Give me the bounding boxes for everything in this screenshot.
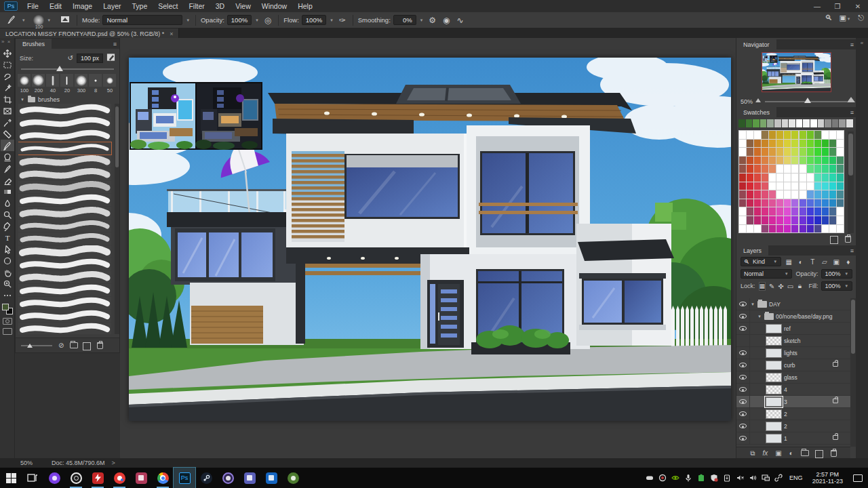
swatch[interactable] (814, 131, 821, 139)
taskbar-bolt-app[interactable] (87, 468, 108, 488)
visibility-toggle[interactable] (736, 347, 750, 359)
swatch[interactable] (754, 190, 761, 199)
swatch[interactable] (776, 225, 783, 233)
swatch[interactable] (739, 157, 746, 165)
battery-tray-icon[interactable] (697, 474, 705, 482)
brush-stroke-item[interactable] (18, 297, 111, 309)
swatch[interactable] (807, 190, 814, 199)
swatch[interactable] (754, 182, 761, 190)
preset-dropdown-arrow[interactable]: ▾ (21, 18, 26, 23)
mode-select[interactable]: Normal (102, 15, 182, 25)
brush-stroke-item[interactable] (18, 258, 111, 270)
preview-size-slider[interactable] (21, 343, 52, 348)
share-icon[interactable]: ⎋ (858, 14, 864, 22)
swatch[interactable] (837, 216, 844, 224)
brush-stroke-item[interactable] (18, 194, 111, 206)
pen-tool[interactable] (1, 220, 14, 232)
clone-stamp-tool[interactable] (1, 151, 14, 163)
layer-row-1[interactable]: 1 (736, 432, 850, 445)
swatch[interactable] (776, 140, 783, 148)
swatch[interactable] (747, 165, 753, 173)
taskbar-privacy-app[interactable] (217, 468, 239, 488)
swatch[interactable] (837, 199, 844, 207)
swatch[interactable] (776, 131, 783, 139)
swatch[interactable] (754, 207, 761, 216)
swatch[interactable] (814, 148, 821, 156)
swatch[interactable] (837, 225, 844, 233)
swatch[interactable] (800, 199, 806, 207)
swatch[interactable] (754, 157, 761, 165)
taskbar-plant-game[interactable] (282, 468, 304, 488)
swatch[interactable] (784, 190, 791, 199)
lock-pixels-icon[interactable]: ✎ (769, 282, 774, 290)
swatch[interactable] (822, 174, 829, 182)
swatch[interactable] (738, 119, 745, 127)
language-indicator[interactable]: ENG (787, 474, 805, 481)
swatch[interactable] (807, 216, 814, 224)
delete-swatch-icon[interactable] (845, 236, 851, 243)
filter-type-layers-icon[interactable]: T (808, 258, 817, 266)
swatch[interactable] (762, 140, 768, 148)
brush-stroke-item[interactable] (18, 271, 111, 283)
eraser-tool[interactable] (1, 174, 14, 186)
visibility-toggle[interactable] (736, 371, 750, 383)
swatch[interactable] (837, 157, 844, 165)
taskbar-chrome[interactable] (152, 468, 174, 488)
layer-name[interactable]: DAY (769, 301, 781, 308)
new-brush-icon[interactable] (84, 342, 91, 349)
taskbar-obs-studio[interactable] (65, 468, 87, 488)
layer-thumbnail[interactable] (766, 422, 782, 431)
swatch[interactable] (769, 225, 776, 233)
swatch[interactable] (829, 131, 836, 139)
swatch[interactable] (767, 119, 774, 127)
taskbar-start-button[interactable] (0, 468, 22, 488)
foreground-background-swatches[interactable] (2, 304, 13, 314)
frame-tool[interactable] (1, 105, 14, 117)
swatch[interactable] (754, 225, 761, 233)
layer-name[interactable]: 4 (784, 386, 787, 393)
layer-row-glass[interactable]: glass (736, 371, 850, 384)
brush-stroke-item[interactable] (18, 168, 111, 180)
menu-layer[interactable]: Layer (98, 1, 126, 12)
new-swatch-icon[interactable] (831, 236, 838, 243)
swatch[interactable] (822, 190, 829, 199)
swatch[interactable] (837, 140, 844, 148)
swatch[interactable] (837, 174, 844, 182)
swatch[interactable] (807, 140, 814, 148)
swatch[interactable] (784, 216, 791, 224)
brush-stroke-item[interactable] (18, 245, 111, 258)
menu-view[interactable]: View (230, 1, 256, 12)
canvas-pasteboard[interactable] (120, 38, 736, 458)
brush-size-slider[interactable] (21, 66, 114, 73)
new-group-icon[interactable] (70, 342, 78, 348)
brush-stroke-item[interactable] (18, 129, 111, 142)
swatch[interactable] (800, 148, 806, 156)
minimize-button[interactable]: — (807, 0, 827, 12)
swatch[interactable] (776, 165, 783, 173)
filter-toggle-icon[interactable]: ♦ (844, 258, 853, 266)
visibility-toggle[interactable] (736, 420, 750, 432)
taskbar-purple-app[interactable] (239, 468, 260, 488)
layer-thumbnail[interactable] (766, 324, 782, 333)
swatch[interactable] (791, 207, 798, 216)
swatch[interactable] (822, 165, 829, 173)
swatch[interactable] (796, 119, 803, 127)
swatch[interactable] (829, 190, 836, 199)
menu-type[interactable]: Type (126, 1, 153, 12)
layer-row-ref[interactable]: ref (736, 323, 850, 335)
taskbar-photoshop[interactable]: Ps (174, 468, 195, 488)
brush-preset-40[interactable]: 40 (46, 74, 60, 94)
swatch[interactable] (776, 199, 783, 207)
brush-stroke-item[interactable] (18, 155, 111, 167)
swatch[interactable] (739, 131, 746, 139)
swatch[interactable] (800, 131, 806, 139)
taskbar-game-launcher[interactable] (108, 468, 130, 488)
swatch[interactable] (810, 119, 817, 127)
swatch[interactable] (800, 165, 806, 173)
status-zoom-field[interactable]: 50% (20, 460, 33, 466)
layer-thumbnail[interactable] (766, 434, 782, 443)
brush-preset-100[interactable]: 100 (18, 74, 31, 94)
swatch[interactable] (754, 131, 761, 139)
workspace-switcher-icon[interactable]: ▣▾ (839, 14, 851, 22)
swatch[interactable] (807, 131, 814, 139)
